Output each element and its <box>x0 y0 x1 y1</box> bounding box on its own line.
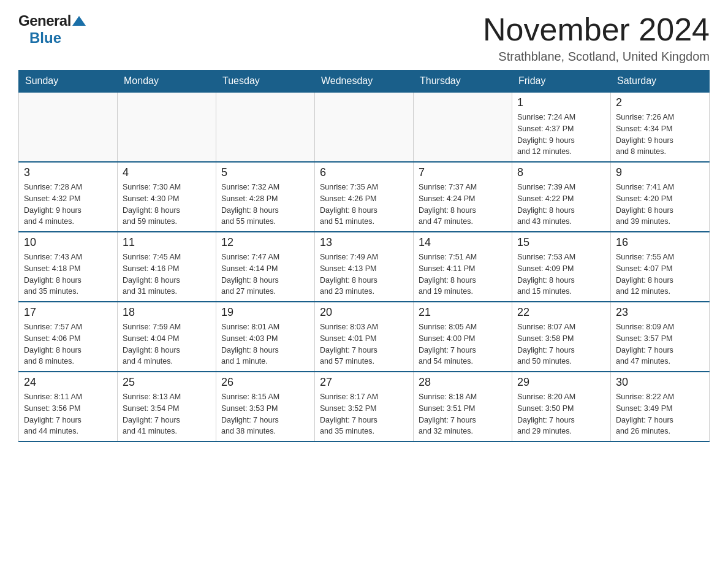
svg-marker-0 <box>72 16 86 26</box>
calendar-cell: 15Sunrise: 7:53 AMSunset: 4:09 PMDayligh… <box>512 232 611 302</box>
day-number: 23 <box>616 306 704 319</box>
day-info: Sunrise: 7:53 AMSunset: 4:09 PMDaylight:… <box>517 251 605 297</box>
day-number: 14 <box>419 236 507 249</box>
day-number: 5 <box>221 166 309 179</box>
day-number: 28 <box>419 376 507 389</box>
calendar-cell: 1Sunrise: 7:24 AMSunset: 4:37 PMDaylight… <box>512 92 611 162</box>
day-info: Sunrise: 7:24 AMSunset: 4:37 PMDaylight:… <box>517 112 605 158</box>
calendar-cell: 21Sunrise: 8:05 AMSunset: 4:00 PMDayligh… <box>414 302 512 372</box>
day-number: 19 <box>221 306 309 319</box>
calendar-cell: 20Sunrise: 8:03 AMSunset: 4:01 PMDayligh… <box>315 302 414 372</box>
day-info: Sunrise: 7:32 AMSunset: 4:28 PMDaylight:… <box>221 182 309 228</box>
weekday-header-tuesday: Tuesday <box>216 71 315 93</box>
logo-general-text: General <box>18 12 71 29</box>
day-info: Sunrise: 7:55 AMSunset: 4:07 PMDaylight:… <box>616 251 704 297</box>
calendar-week-row: 1Sunrise: 7:24 AMSunset: 4:37 PMDaylight… <box>19 92 710 162</box>
day-number: 9 <box>616 166 704 179</box>
day-number: 8 <box>517 166 605 179</box>
day-info: Sunrise: 7:43 AMSunset: 4:18 PMDaylight:… <box>24 251 112 297</box>
calendar-cell <box>118 92 216 162</box>
calendar-cell: 9Sunrise: 7:41 AMSunset: 4:20 PMDaylight… <box>611 162 710 232</box>
weekday-header-friday: Friday <box>512 71 611 93</box>
weekday-header-thursday: Thursday <box>414 71 512 93</box>
calendar-cell: 14Sunrise: 7:51 AMSunset: 4:11 PMDayligh… <box>414 232 512 302</box>
day-info: Sunrise: 8:17 AMSunset: 3:52 PMDaylight:… <box>320 391 408 437</box>
day-info: Sunrise: 7:59 AMSunset: 4:04 PMDaylight:… <box>123 321 211 367</box>
day-number: 29 <box>517 376 605 389</box>
calendar-cell: 16Sunrise: 7:55 AMSunset: 4:07 PMDayligh… <box>611 232 710 302</box>
calendar-cell: 12Sunrise: 7:47 AMSunset: 4:14 PMDayligh… <box>216 232 315 302</box>
calendar-week-row: 17Sunrise: 7:57 AMSunset: 4:06 PMDayligh… <box>19 302 710 372</box>
month-title: November 2024 <box>483 12 710 47</box>
calendar-header-row: SundayMondayTuesdayWednesdayThursdayFrid… <box>19 71 710 93</box>
calendar-table: SundayMondayTuesdayWednesdayThursdayFrid… <box>18 70 710 442</box>
logo: General Blue <box>18 12 86 47</box>
day-number: 4 <box>123 166 211 179</box>
day-number: 25 <box>123 376 211 389</box>
day-info: Sunrise: 8:20 AMSunset: 3:50 PMDaylight:… <box>517 391 605 437</box>
day-info: Sunrise: 8:13 AMSunset: 3:54 PMDaylight:… <box>123 391 211 437</box>
weekday-header-sunday: Sunday <box>19 71 118 93</box>
day-number: 30 <box>616 376 704 389</box>
day-number: 12 <box>221 236 309 249</box>
day-number: 21 <box>419 306 507 319</box>
day-number: 20 <box>320 306 408 319</box>
day-number: 11 <box>123 236 211 249</box>
day-number: 16 <box>616 236 704 249</box>
day-number: 22 <box>517 306 605 319</box>
weekday-header-saturday: Saturday <box>611 71 710 93</box>
calendar-cell: 19Sunrise: 8:01 AMSunset: 4:03 PMDayligh… <box>216 302 315 372</box>
day-info: Sunrise: 8:09 AMSunset: 3:57 PMDaylight:… <box>616 321 704 367</box>
day-number: 1 <box>517 96 605 109</box>
day-number: 18 <box>123 306 211 319</box>
day-info: Sunrise: 8:11 AMSunset: 3:56 PMDaylight:… <box>24 391 112 437</box>
calendar-cell: 22Sunrise: 8:07 AMSunset: 3:58 PMDayligh… <box>512 302 611 372</box>
calendar-week-row: 10Sunrise: 7:43 AMSunset: 4:18 PMDayligh… <box>19 232 710 302</box>
day-info: Sunrise: 7:37 AMSunset: 4:24 PMDaylight:… <box>419 182 507 228</box>
day-info: Sunrise: 8:07 AMSunset: 3:58 PMDaylight:… <box>517 321 605 367</box>
calendar-week-row: 3Sunrise: 7:28 AMSunset: 4:32 PMDaylight… <box>19 162 710 232</box>
day-info: Sunrise: 7:30 AMSunset: 4:30 PMDaylight:… <box>123 182 211 228</box>
day-info: Sunrise: 7:39 AMSunset: 4:22 PMDaylight:… <box>517 182 605 228</box>
day-info: Sunrise: 7:51 AMSunset: 4:11 PMDaylight:… <box>419 251 507 297</box>
day-number: 2 <box>616 96 704 109</box>
weekday-header-wednesday: Wednesday <box>315 71 414 93</box>
calendar-cell: 11Sunrise: 7:45 AMSunset: 4:16 PMDayligh… <box>118 232 216 302</box>
day-number: 13 <box>320 236 408 249</box>
day-info: Sunrise: 7:47 AMSunset: 4:14 PMDaylight:… <box>221 251 309 297</box>
calendar-cell: 27Sunrise: 8:17 AMSunset: 3:52 PMDayligh… <box>315 372 414 442</box>
day-number: 10 <box>24 236 112 249</box>
day-number: 15 <box>517 236 605 249</box>
calendar-cell: 18Sunrise: 7:59 AMSunset: 4:04 PMDayligh… <box>118 302 216 372</box>
day-info: Sunrise: 7:28 AMSunset: 4:32 PMDaylight:… <box>24 182 112 228</box>
calendar-cell: 24Sunrise: 8:11 AMSunset: 3:56 PMDayligh… <box>19 372 118 442</box>
day-info: Sunrise: 7:57 AMSunset: 4:06 PMDaylight:… <box>24 321 112 367</box>
day-number: 24 <box>24 376 112 389</box>
day-info: Sunrise: 8:03 AMSunset: 4:01 PMDaylight:… <box>320 321 408 367</box>
day-number: 17 <box>24 306 112 319</box>
calendar-cell: 23Sunrise: 8:09 AMSunset: 3:57 PMDayligh… <box>611 302 710 372</box>
calendar-cell: 17Sunrise: 7:57 AMSunset: 4:06 PMDayligh… <box>19 302 118 372</box>
calendar-cell: 7Sunrise: 7:37 AMSunset: 4:24 PMDaylight… <box>414 162 512 232</box>
calendar-cell: 10Sunrise: 7:43 AMSunset: 4:18 PMDayligh… <box>19 232 118 302</box>
day-info: Sunrise: 8:15 AMSunset: 3:53 PMDaylight:… <box>221 391 309 437</box>
day-number: 3 <box>24 166 112 179</box>
calendar-cell: 8Sunrise: 7:39 AMSunset: 4:22 PMDaylight… <box>512 162 611 232</box>
day-info: Sunrise: 7:35 AMSunset: 4:26 PMDaylight:… <box>320 182 408 228</box>
calendar-cell: 3Sunrise: 7:28 AMSunset: 4:32 PMDaylight… <box>19 162 118 232</box>
day-info: Sunrise: 8:22 AMSunset: 3:49 PMDaylight:… <box>616 391 704 437</box>
day-info: Sunrise: 8:18 AMSunset: 3:51 PMDaylight:… <box>419 391 507 437</box>
calendar-cell: 25Sunrise: 8:13 AMSunset: 3:54 PMDayligh… <box>118 372 216 442</box>
page-header: General Blue November 2024 Strathblane, … <box>18 12 710 64</box>
logo-blue-text: Blue <box>29 29 61 47</box>
calendar-cell: 6Sunrise: 7:35 AMSunset: 4:26 PMDaylight… <box>315 162 414 232</box>
weekday-header-monday: Monday <box>118 71 216 93</box>
calendar-cell: 13Sunrise: 7:49 AMSunset: 4:13 PMDayligh… <box>315 232 414 302</box>
calendar-cell <box>216 92 315 162</box>
location-subtitle: Strathblane, Scotland, United Kingdom <box>483 50 710 64</box>
day-info: Sunrise: 7:49 AMSunset: 4:13 PMDaylight:… <box>320 251 408 297</box>
day-number: 26 <box>221 376 309 389</box>
day-info: Sunrise: 7:26 AMSunset: 4:34 PMDaylight:… <box>616 112 704 158</box>
day-number: 27 <box>320 376 408 389</box>
calendar-cell: 5Sunrise: 7:32 AMSunset: 4:28 PMDaylight… <box>216 162 315 232</box>
